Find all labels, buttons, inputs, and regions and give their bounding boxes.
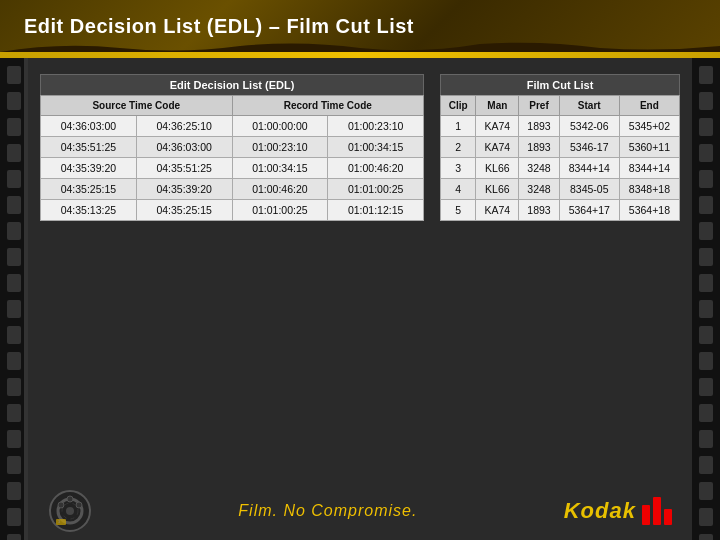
header-background: Edit Decision List (EDL) – Film Cut List bbox=[0, 0, 720, 52]
edl-cell-4-2: 01:01:00:25 bbox=[232, 200, 328, 221]
edl-cell-3-3: 01:01:00:25 bbox=[328, 179, 424, 200]
fcl-cell-0-3: 5342-06 bbox=[559, 116, 619, 137]
fcl-table-row: 5KA7418935364+175364+18 bbox=[441, 200, 680, 221]
kodak-bars-icon bbox=[642, 497, 672, 525]
edl-section: Edit Decision List (EDL) Source Time Cod… bbox=[40, 74, 424, 221]
tables-container: Edit Decision List (EDL) Source Time Cod… bbox=[40, 74, 680, 221]
edl-section-title: Edit Decision List (EDL) bbox=[40, 74, 424, 95]
fcl-cell-1-3: 5346-17 bbox=[559, 137, 619, 158]
edl-col-source: Source Time Code bbox=[41, 96, 233, 116]
edl-cell-3-1: 04:35:39:20 bbox=[136, 179, 232, 200]
page-title: Edit Decision List (EDL) – Film Cut List bbox=[24, 15, 414, 38]
fcl-col-1: Man bbox=[476, 96, 519, 116]
edl-cell-4-1: 04:35:25:15 bbox=[136, 200, 232, 221]
edl-table-row: 04:35:39:2004:35:51:2501:00:34:1501:00:4… bbox=[41, 158, 424, 179]
footer: 3 Film. No Compromise. Kodak bbox=[28, 482, 692, 540]
fcl-cell-0-2: 1893 bbox=[519, 116, 559, 137]
fcl-cell-2-0: 3 bbox=[441, 158, 476, 179]
edl-cell-3-2: 01:00:46:20 bbox=[232, 179, 328, 200]
fcl-table-row: 3KL6632488344+148344+14 bbox=[441, 158, 680, 179]
kodak-bar-2 bbox=[653, 497, 661, 525]
fcl-cell-3-4: 8348+18 bbox=[619, 179, 679, 200]
edl-cell-2-2: 01:00:34:15 bbox=[232, 158, 328, 179]
film-strip-right bbox=[692, 58, 720, 540]
fcl-cell-1-0: 2 bbox=[441, 137, 476, 158]
edl-table: Source Time Code Record Time Code 04:36:… bbox=[40, 95, 424, 221]
kodak-bar-3 bbox=[664, 509, 672, 525]
fcl-cell-4-3: 5364+17 bbox=[559, 200, 619, 221]
film-reel-icon: 3 bbox=[48, 489, 92, 533]
svg-point-4 bbox=[76, 502, 82, 508]
edl-cell-4-0: 04:35:13:25 bbox=[41, 200, 137, 221]
svg-point-5 bbox=[58, 502, 64, 508]
header-accent-band bbox=[0, 52, 720, 58]
fcl-col-2: Pref bbox=[519, 96, 559, 116]
fcl-cell-2-4: 8344+14 bbox=[619, 158, 679, 179]
fcl-col-0: Clip bbox=[441, 96, 476, 116]
edl-cell-2-1: 04:35:51:25 bbox=[136, 158, 232, 179]
fcl-table-row: 4KL6632488345-058348+18 bbox=[441, 179, 680, 200]
fcl-table-row: 2KA7418935346-175360+11 bbox=[441, 137, 680, 158]
fcl-cell-1-1: KA74 bbox=[476, 137, 519, 158]
kodak-brand-text: Kodak bbox=[564, 498, 636, 524]
fcl-cell-0-0: 1 bbox=[441, 116, 476, 137]
fcl-cell-3-2: 3248 bbox=[519, 179, 559, 200]
kodak-bar-1 bbox=[642, 505, 650, 525]
edl-cell-1-1: 04:36:03:00 bbox=[136, 137, 232, 158]
fcl-section-title: Film Cut List bbox=[440, 74, 680, 95]
edl-cell-0-0: 04:36:03:00 bbox=[41, 116, 137, 137]
fcl-cell-4-4: 5364+18 bbox=[619, 200, 679, 221]
edl-cell-2-3: 01:00:46:20 bbox=[328, 158, 424, 179]
svg-point-2 bbox=[66, 507, 74, 515]
edl-cell-3-0: 04:35:25:15 bbox=[41, 179, 137, 200]
fcl-cell-3-3: 8345-05 bbox=[559, 179, 619, 200]
kodak-logo: Kodak bbox=[564, 497, 672, 525]
svg-point-3 bbox=[67, 496, 73, 502]
fcl-cell-2-2: 3248 bbox=[519, 158, 559, 179]
fcl-cell-4-2: 1893 bbox=[519, 200, 559, 221]
edl-cell-1-0: 04:35:51:25 bbox=[41, 137, 137, 158]
fcl-cell-1-4: 5360+11 bbox=[619, 137, 679, 158]
fcl-cell-4-0: 5 bbox=[441, 200, 476, 221]
edl-table-row: 04:35:51:2504:36:03:0001:00:23:1001:00:3… bbox=[41, 137, 424, 158]
fcl-table-row: 1KA7418935342-065345+02 bbox=[441, 116, 680, 137]
edl-cell-0-2: 01:00:00:00 bbox=[232, 116, 328, 137]
edl-cell-4-3: 01:01:12:15 bbox=[328, 200, 424, 221]
fcl-cell-2-3: 8344+14 bbox=[559, 158, 619, 179]
edl-cell-0-1: 04:36:25:10 bbox=[136, 116, 232, 137]
fcl-cell-1-2: 1893 bbox=[519, 137, 559, 158]
edl-cell-1-2: 01:00:23:10 bbox=[232, 137, 328, 158]
fcl-section: Film Cut List ClipManPrefStartEnd 1KA741… bbox=[440, 74, 680, 221]
edl-table-row: 04:36:03:0004:36:25:1001:00:00:0001:00:2… bbox=[41, 116, 424, 137]
edl-table-row: 04:35:13:2504:35:25:1501:01:00:2501:01:1… bbox=[41, 200, 424, 221]
footer-left: 3 bbox=[48, 489, 92, 533]
fcl-cell-3-1: KL66 bbox=[476, 179, 519, 200]
fcl-cell-4-1: KA74 bbox=[476, 200, 519, 221]
fcl-table: ClipManPrefStartEnd 1KA7418935342-065345… bbox=[440, 95, 680, 221]
main-content: Edit Decision List (EDL) Source Time Cod… bbox=[28, 58, 692, 540]
fcl-cell-0-4: 5345+02 bbox=[619, 116, 679, 137]
edl-cell-0-3: 01:00:23:10 bbox=[328, 116, 424, 137]
edl-col-record: Record Time Code bbox=[232, 96, 424, 116]
fcl-cell-3-0: 4 bbox=[441, 179, 476, 200]
tagline: Film. No Compromise. bbox=[238, 502, 417, 520]
film-strip-left bbox=[0, 58, 28, 540]
fcl-col-3: Start bbox=[559, 96, 619, 116]
edl-cell-2-0: 04:35:39:20 bbox=[41, 158, 137, 179]
edl-table-row: 04:35:25:1504:35:39:2001:00:46:2001:01:0… bbox=[41, 179, 424, 200]
edl-cell-1-3: 01:00:34:15 bbox=[328, 137, 424, 158]
fcl-col-4: End bbox=[619, 96, 679, 116]
fcl-cell-2-1: KL66 bbox=[476, 158, 519, 179]
fcl-cell-0-1: KA74 bbox=[476, 116, 519, 137]
